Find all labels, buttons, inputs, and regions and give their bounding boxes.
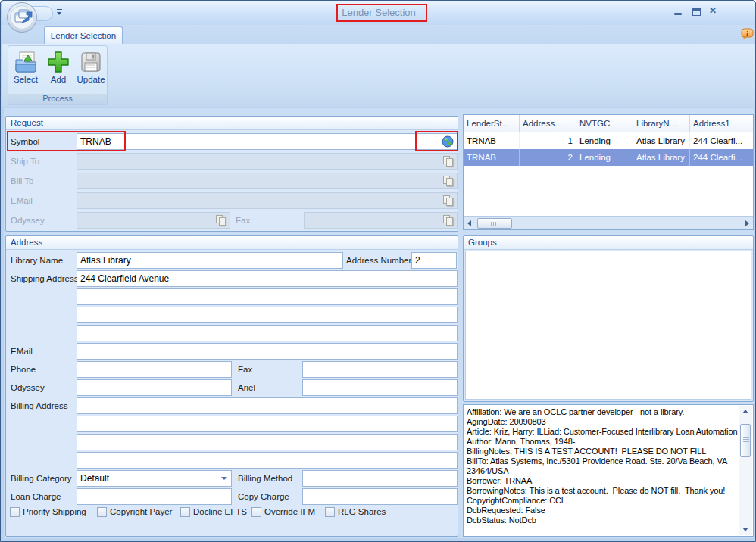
lender-notes-box[interactable]: Affiliation: We are an OCLC partner deve… xyxy=(463,404,754,537)
request-fax-label: Fax xyxy=(236,212,250,229)
copy-charge-input[interactable] xyxy=(302,488,458,505)
priority-shipping-label: Priority Shipping xyxy=(23,507,86,517)
billing-method-input[interactable] xyxy=(302,470,458,487)
ariel-input[interactable] xyxy=(302,379,458,396)
symbol-lookup-button[interactable] xyxy=(442,136,454,148)
notes-vertical-scrollbar[interactable] xyxy=(739,406,752,535)
minimize-icon xyxy=(674,13,682,15)
scroll-down-icon xyxy=(742,528,748,531)
symbol-input[interactable] xyxy=(77,133,458,150)
close-icon: ✕ xyxy=(709,5,717,16)
update-button[interactable]: Update xyxy=(76,48,106,94)
address-fax-label: Fax xyxy=(238,361,252,378)
billing-address-line3-input[interactable] xyxy=(77,434,458,450)
column-header-lenderstring[interactable]: LenderSt... xyxy=(464,115,520,132)
update-button-label: Update xyxy=(76,75,106,84)
window-title: Lender Selection xyxy=(2,7,756,18)
request-email-input xyxy=(77,192,458,209)
scroll-up-button[interactable] xyxy=(739,406,751,418)
scroll-right-icon xyxy=(745,220,749,226)
billing-method-label: Billing Method xyxy=(238,470,292,487)
column-header-libraryname[interactable]: LibraryN... xyxy=(633,115,690,132)
tab-lender-selection[interactable]: Lender Selection xyxy=(44,26,123,44)
minimize-button[interactable] xyxy=(674,8,683,16)
groups-panel-header: Groups xyxy=(464,236,753,250)
symbol-label: Symbol xyxy=(11,133,39,150)
library-name-input[interactable] xyxy=(77,252,343,269)
billing-address-line4-input[interactable] xyxy=(77,452,458,469)
cell-address1: 244 Clearfi... xyxy=(690,132,753,149)
library-name-label: Library Name xyxy=(11,252,63,269)
cell-libraryname: Atlas Library xyxy=(633,149,690,166)
ariel-label: Ariel xyxy=(238,379,255,396)
application-menu-button[interactable] xyxy=(6,2,38,33)
loan-charge-input[interactable] xyxy=(77,488,232,505)
request-panel-header: Request xyxy=(6,117,458,130)
grid-horizontal-scrollbar[interactable] xyxy=(464,216,753,229)
billing-address-line2-input[interactable] xyxy=(77,416,458,432)
billing-category-label: Billing Category xyxy=(11,470,72,487)
help-button[interactable]: i xyxy=(741,28,754,41)
scroll-right-button[interactable] xyxy=(741,217,753,229)
lenders-grid-header: LenderSt... Address... NVTGC LibraryN...… xyxy=(464,115,753,132)
odyssey-copy-icon[interactable] xyxy=(215,214,227,226)
address-panel-header: Address xyxy=(6,236,458,250)
groups-list[interactable] xyxy=(465,251,751,400)
column-header-address1[interactable]: Address1 xyxy=(690,115,753,132)
checkbox-icon xyxy=(180,507,190,517)
globe-icon xyxy=(442,136,454,148)
select-button[interactable]: Select xyxy=(11,48,41,94)
vertical-scroll-thumb[interactable] xyxy=(740,424,751,457)
cell-libraryname: Atlas Library xyxy=(633,132,690,149)
lender-row-1[interactable]: TRNAB 1 Lending Atlas Library 244 Clearf… xyxy=(464,132,753,149)
ship-to-label: Ship To xyxy=(11,153,39,170)
checkbox-icon xyxy=(325,507,335,517)
address-odyssey-label: Odyssey xyxy=(11,379,45,396)
phone-label: Phone xyxy=(11,361,36,378)
shipping-address-line4-input[interactable] xyxy=(77,325,458,341)
shipping-address-line2-input[interactable] xyxy=(77,288,458,305)
request-odyssey-label: Odyssey xyxy=(11,212,45,229)
billing-category-select[interactable]: Default xyxy=(77,470,232,487)
add-button[interactable]: Add xyxy=(43,48,73,94)
billing-address-line1-input[interactable] xyxy=(77,397,458,414)
maximize-button[interactable] xyxy=(692,8,701,16)
rlg-shares-label: RLG Shares xyxy=(338,507,386,517)
process-group-label: Process xyxy=(8,94,107,104)
checkbox-icon xyxy=(97,507,107,517)
shipping-address-line1-input[interactable] xyxy=(77,270,458,287)
address-odyssey-input[interactable] xyxy=(77,379,232,396)
thumb-grip-icon xyxy=(491,222,498,226)
horizontal-scroll-thumb[interactable] xyxy=(477,218,512,229)
email-copy-icon[interactable] xyxy=(442,195,455,207)
add-plus-icon xyxy=(46,50,70,74)
override-ifm-label: Override IFM xyxy=(264,507,315,517)
bill-to-copy-icon[interactable] xyxy=(442,175,455,187)
titlebar: Lender Selection ✕ xyxy=(2,1,756,25)
column-header-nvtgc[interactable]: NVTGC xyxy=(576,115,633,132)
address-email-input[interactable] xyxy=(77,343,458,360)
address-fax-input[interactable] xyxy=(302,361,458,378)
lender-row-2-selected[interactable]: TRNAB 2 Lending Atlas Library 244 Clearf… xyxy=(464,149,753,166)
column-header-addressnumber[interactable]: Address... xyxy=(520,115,576,132)
cell-lenderstring: TRNAB xyxy=(464,132,520,149)
scroll-left-button[interactable] xyxy=(464,217,476,229)
lender-notes-text: Affiliation: We are an OCLC partner deve… xyxy=(467,407,738,534)
cell-address1: 244 Clearfi... xyxy=(690,149,753,166)
lender-selection-window: Lender Selection ✕ Lender Selection i xyxy=(0,0,756,542)
fax-copy-icon[interactable] xyxy=(442,214,455,226)
shipping-address-line3-input[interactable] xyxy=(77,307,458,323)
help-icon: i xyxy=(741,28,754,41)
close-button[interactable]: ✕ xyxy=(709,5,717,16)
bill-to-label: Bill To xyxy=(11,173,33,189)
phone-input[interactable] xyxy=(77,361,232,378)
ship-to-copy-icon[interactable] xyxy=(442,155,455,167)
scroll-down-button[interactable] xyxy=(739,523,751,535)
billing-category-dropdown-icon[interactable] xyxy=(221,477,227,480)
groups-panel: Groups xyxy=(463,235,754,402)
address-number-input[interactable] xyxy=(411,252,457,269)
add-button-label: Add xyxy=(43,75,73,84)
cell-lenderstring: TRNAB xyxy=(464,149,520,166)
scroll-left-icon xyxy=(467,220,471,226)
cell-nvtgc: Lending xyxy=(576,149,633,166)
